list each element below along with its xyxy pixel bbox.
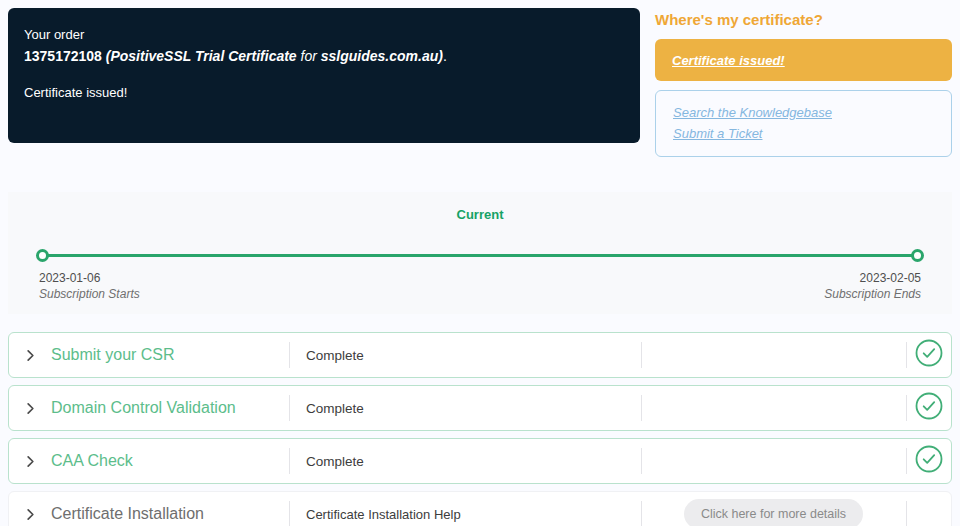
step-status: Complete [289,386,641,430]
timeline-track [42,249,918,262]
step-title: Submit your CSR [51,346,175,364]
order-status-text: Certificate issued! [24,85,624,100]
step-row-certificate-installation[interactable]: Certificate Installation Certificate Ins… [8,491,952,526]
step-row-domain-control-validation[interactable]: Domain Control Validation Complete [8,385,952,431]
check-circle-icon [915,339,943,371]
chevron-right-icon[interactable] [23,507,38,522]
check-circle-icon [915,445,943,477]
order-summary-box: Your order 1375172108 (PositiveSSL Trial… [8,8,640,143]
timeline-end-dot [911,249,924,262]
search-knowledgebase-link[interactable]: Search the Knowledgebase [673,105,832,120]
certificate-issued-button-label: Certificate issued! [672,53,785,68]
chevron-right-icon[interactable] [23,348,38,363]
step-row-submit-csr[interactable]: Submit your CSR Complete [8,332,952,378]
timeline-start-date: 2023-01-06 [39,271,140,285]
timeline-line [42,254,918,257]
subscription-timeline: Current 2023-01-06 Subscription Starts 2… [8,192,952,314]
timeline-dates: 2023-01-06 Subscription Starts 2023-02-0… [39,271,921,301]
order-label: Your order [24,27,624,42]
chevron-right-icon[interactable] [23,454,38,469]
order-product: (PositiveSSL Trial Certificate [106,48,297,64]
order-domain: sslguides.com.au) [321,48,443,64]
step-list: Submit your CSR Complete Domain Control … [8,332,952,526]
order-period: . [443,48,447,64]
order-line: 1375172108 (PositiveSSL Trial Certificat… [24,47,624,66]
order-id: 1375172108 [24,48,102,64]
help-links-box: Search the Knowledgebase Submit a Ticket [655,90,952,157]
step-status: Complete [289,333,641,377]
order-for: for [301,48,317,64]
timeline-start: 2023-01-06 Subscription Starts [39,271,140,301]
chevron-right-icon[interactable] [23,401,38,416]
certificate-issued-button[interactable]: Certificate issued! [655,39,952,81]
certificate-panel-heading: Where's my certificate? [655,11,952,28]
check-circle-icon [915,392,943,424]
step-action-cell [641,439,906,483]
step-status: Complete [289,439,641,483]
top-section: Your order 1375172108 (PositiveSSL Trial… [0,0,960,157]
step-row-caa-check[interactable]: CAA Check Complete [8,438,952,484]
timeline-end-date: 2023-02-05 [824,271,921,285]
step-action-cell [641,386,906,430]
timeline-current-label: Current [8,207,952,222]
step-action-cell [641,333,906,377]
step-status: Certificate Installation Help [289,492,641,526]
step-title: Domain Control Validation [51,399,236,417]
step-title: CAA Check [51,452,133,470]
timeline-end-label: Subscription Ends [824,287,921,301]
submit-ticket-link[interactable]: Submit a Ticket [673,126,762,141]
timeline-start-dot [36,249,49,262]
certificate-panel: Where's my certificate? Certificate issu… [655,8,956,157]
timeline-start-label: Subscription Starts [39,287,140,301]
more-details-button[interactable]: Click here for more details [684,499,863,526]
step-title: Certificate Installation [51,505,204,523]
timeline-end: 2023-02-05 Subscription Ends [824,271,921,301]
